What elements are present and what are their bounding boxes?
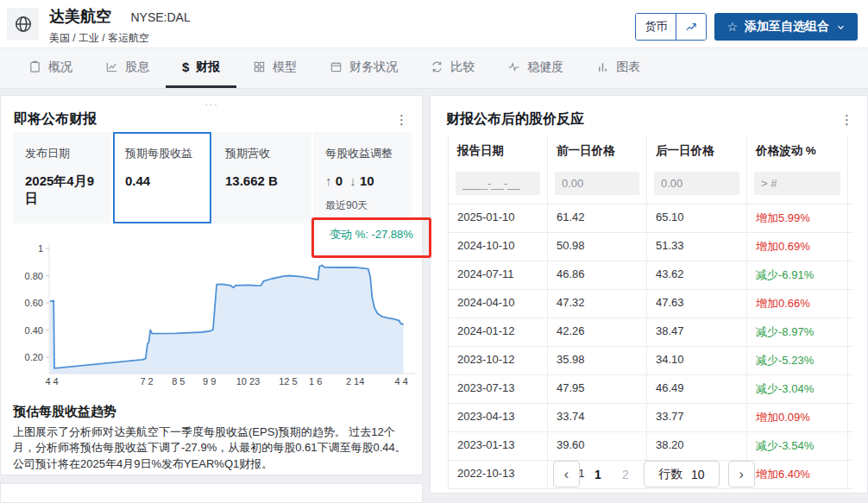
price-change-cell: 增加5.99% <box>746 204 848 232</box>
change-annotation-text: 变动 %: -27.88% <box>330 227 413 242</box>
earnings-stat-cards: 发布日期 2025年4月9日 预期每股收益 0.44 预期营收 13.662 B… <box>13 132 412 223</box>
report-date-cell: 2023-04-13 <box>448 404 547 431</box>
tab-dividends[interactable]: 股息 <box>89 48 166 88</box>
report-date-cell: 2024-07-11 <box>448 261 547 289</box>
symbol-logo <box>7 8 39 40</box>
panel-title: 财报公布后的股价反应 <box>446 110 584 129</box>
x-tick-label: 8 5 <box>172 376 185 387</box>
report-date-cell: 2024-04-10 <box>448 290 547 318</box>
tab-label: 财务状况 <box>349 60 398 75</box>
next-page-button[interactable]: › <box>728 461 755 487</box>
page-number-1[interactable]: 1 <box>588 468 607 481</box>
rows-value: 10 <box>691 468 705 481</box>
table-row[interactable]: 2023-10-12 35.98 34.10 减少-5.23% <box>448 346 853 374</box>
price-before-cell: 35.98 <box>547 347 646 374</box>
trend-icon <box>685 21 697 33</box>
prev-page-button[interactable]: ‹ <box>553 461 580 487</box>
x-tick-label: 7 2 <box>140 376 153 387</box>
table-row[interactable]: 2023-04-13 33.74 33.77 增加0.09% <box>448 403 853 431</box>
symbol-name: 达美航空 <box>49 6 111 27</box>
tab-earnings[interactable]: $ 财报 <box>166 48 236 88</box>
stat-sublabel: 最近90天 <box>325 198 401 213</box>
pagination: ‹ 1 2 行数 10 › <box>553 461 755 487</box>
price-after-filter-input[interactable] <box>654 172 739 195</box>
report-date-cell: 2022-10-13 <box>448 461 547 488</box>
stat-value: 2025年4月9日 <box>25 173 101 208</box>
stat-label: 预期每股收益 <box>125 146 201 161</box>
tab-financials[interactable]: 财务状况 <box>313 48 414 88</box>
add-to-watchlist-button[interactable]: ☆ 添加至自选组合 <box>714 13 858 41</box>
currency-button[interactable]: 货币 <box>636 14 676 40</box>
upcoming-earnings-panel: ··· 即将公布财报 ⋮ 发布日期 2025年4月9日 预期每股收益 0.44 … <box>0 95 423 475</box>
tab-label: 概况 <box>48 60 72 75</box>
price-after-cell: 34.10 <box>646 347 746 374</box>
tab-label: 稳健度 <box>527 60 563 75</box>
stat-card-release-date[interactable]: 发布日期 2025年4月9日 <box>13 132 111 223</box>
tab-compare[interactable]: 比较 <box>414 48 491 88</box>
price-change-cell: 增加0.66% <box>746 290 848 318</box>
bar-chart-icon <box>596 60 609 73</box>
table-row[interactable]: 2024-10-10 50.98 51.33 增加0.69% <box>448 232 853 261</box>
stat-card-eps-estimate[interactable]: 预期每股收益 0.44 <box>113 132 211 223</box>
column-header-price-after[interactable]: 后一日价格 <box>646 135 746 167</box>
stat-label: 每股收益调整 <box>325 146 401 161</box>
tab-label: 股息 <box>125 60 149 75</box>
price-change-cell: 增加0.69% <box>746 233 848 261</box>
stat-card-eps-revisions[interactable]: 每股收益调整 ↑ 0 ↓ 10 最近90天 <box>313 132 412 223</box>
table-row[interactable]: 2023-07-13 47.95 46.49 减少-3.04% <box>448 374 853 403</box>
price-before-cell: 33.74 <box>547 404 646 431</box>
tab-charts[interactable]: 图表 <box>580 48 657 88</box>
breadcrumb[interactable]: 美国 / 工业 / 客运航空 <box>49 31 191 46</box>
tab-label: 财报 <box>196 60 220 75</box>
price-before-cell: 47.32 <box>547 290 646 318</box>
table-row[interactable]: 2024-04-10 47.32 47.63 增加0.66% <box>448 289 853 318</box>
price-after-cell: 33.77 <box>646 404 746 431</box>
stat-card-revenue-estimate[interactable]: 预期营收 13.662 B <box>213 132 311 223</box>
date-filter-input[interactable] <box>456 172 540 195</box>
kebab-menu-icon[interactable]: ⋮ <box>392 111 412 128</box>
x-tick-label: 9 9 <box>203 376 216 387</box>
trend-paragraph: 上图展示了分析师对达美航空下一季度每股收益(EPS)预期的趋势。 过去12个月，… <box>13 424 413 472</box>
app-header: 达美航空 NYSE:DAL 美国 / 工业 / 客运航空 货币 ☆ 添加至自选组… <box>0 0 868 48</box>
price-change-cell: 减少-5.23% <box>746 347 848 374</box>
reaction-table: 报告日期 前一日价格 后一日价格 价格波动 % 2025-01-10 61.42… <box>448 135 853 489</box>
tab-overview[interactable]: 概况 <box>12 48 89 88</box>
x-tick-label: 1 6 <box>309 376 322 387</box>
arrow-down-icon: ↓ <box>349 173 356 188</box>
x-tick-label: 10 23 <box>236 376 261 387</box>
y-tick-label: 0.80 <box>25 271 43 281</box>
x-tick-label: 12 5 <box>279 376 297 387</box>
table-row[interactable]: 2023-01-13 39.60 38.20 减少-3.54% <box>448 431 853 460</box>
rows-per-page-button[interactable]: 行数 10 <box>644 461 720 487</box>
report-date-cell: 2025-01-10 <box>448 204 547 232</box>
globe-icon <box>14 15 33 34</box>
kebab-menu-icon[interactable]: ⋮ <box>837 111 857 128</box>
y-tick-label: 0.60 <box>25 298 43 308</box>
price-before-filter-input[interactable] <box>555 172 639 195</box>
arrow-up-icon: ↑ <box>325 173 332 188</box>
column-header-price-before[interactable]: 前一日价格 <box>547 135 646 167</box>
trend-toggle-button[interactable] <box>676 14 706 40</box>
tab-label: 比较 <box>450 60 475 75</box>
tab-health[interactable]: 稳健度 <box>491 48 580 88</box>
change-filter-input[interactable] <box>754 172 840 195</box>
report-date-cell: 2024-01-12 <box>448 318 547 346</box>
column-header-price-change[interactable]: 价格波动 % <box>746 135 848 167</box>
price-after-cell: 65.10 <box>646 204 746 232</box>
price-change-cell: 减少-3.04% <box>746 375 848 403</box>
table-row[interactable]: 2024-01-12 42.26 38.47 减少-8.97% <box>448 318 853 346</box>
page-number-2[interactable]: 2 <box>616 468 635 481</box>
table-row[interactable]: 2025-01-10 61.42 65.10 增加5.99% <box>448 204 853 232</box>
drag-handle-icon[interactable]: ··· <box>1 97 422 110</box>
tab-models[interactable]: 模型 <box>236 48 313 88</box>
report-date-cell: 2023-10-12 <box>448 347 547 374</box>
table-row[interactable]: 2024-07-11 46.86 43.62 减少-6.91% <box>448 261 853 289</box>
next-widget-peek <box>0 483 423 503</box>
price-after-cell: 38.47 <box>646 318 746 346</box>
price-change-cell: 减少-6.91% <box>746 261 848 289</box>
header-toggle-group: 货币 <box>635 13 707 41</box>
tab-label: 模型 <box>273 60 297 75</box>
column-header-report-date[interactable]: 报告日期 <box>448 135 547 167</box>
y-tick-label: 1 <box>38 243 43 254</box>
table-header-row: 报告日期 前一日价格 后一日价格 价格波动 % <box>448 135 853 167</box>
